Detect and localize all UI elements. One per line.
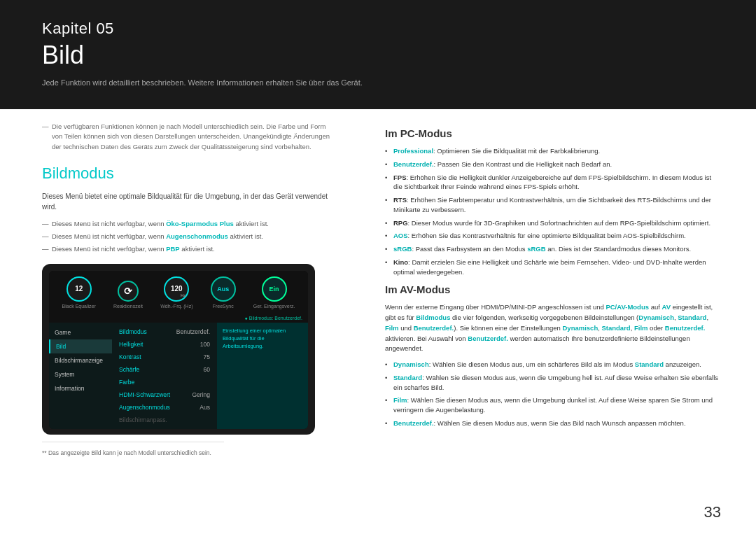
av-bullet-film: Film: Wählen Sie diesen Modus aus, wenn … bbox=[385, 395, 721, 415]
gauge-label-reaktionszeit: Reaktionszeit bbox=[113, 304, 143, 309]
term-benutzerdef: Benutzerdef. bbox=[393, 160, 434, 168]
gauge-label-black-eq: Black Equalizer bbox=[62, 304, 96, 309]
dot-indicator-row: ● Bildmodus: Benutzerdef. bbox=[49, 311, 308, 323]
left-menu-bild[interactable]: Bild bbox=[49, 339, 112, 353]
av-std-ref2: Standard bbox=[601, 324, 630, 332]
dot-label: ● Bildmodus: Benutzerdef. bbox=[245, 316, 302, 321]
menu-key-bildmodus: Bildmodus bbox=[119, 328, 147, 335]
header: Kapitel 05 Bild Jede Funktion wird detai… bbox=[0, 0, 756, 109]
av-term-benutzerdef: Benutzerdef. bbox=[393, 419, 434, 427]
term-professional: Professional bbox=[393, 147, 433, 155]
center-menu-bildschirm[interactable]: Bildschirmanpass. bbox=[112, 414, 217, 426]
center-menu-hdmi[interactable]: HDMI-Schwarzwert Gering bbox=[112, 388, 217, 401]
gauge-black-equalizer: 12 Black Equalizer bbox=[62, 276, 96, 309]
menu-val-kontrast: 75 bbox=[204, 353, 210, 360]
section-description: Dieses Menü bietet eine optimale Bildqua… bbox=[42, 191, 336, 212]
av-bullet-benutzerdef: Benutzerdef.: Wählen Sie diesen Modus au… bbox=[385, 419, 721, 428]
left-column: Die verfügbaren Funktionen können je nac… bbox=[0, 109, 364, 534]
menu-key-schaerfe: Schärfe bbox=[119, 366, 139, 373]
av-bullet-list: Dynamisch: Wählen Sie diesen Modus aus, … bbox=[385, 360, 721, 428]
av-mode-title: Im AV-Modus bbox=[385, 283, 721, 295]
left-menu-system[interactable]: System bbox=[49, 367, 112, 381]
center-menu-farbe[interactable]: Farbe bbox=[112, 376, 217, 388]
av-dynamisch-ref: Dynamisch bbox=[638, 314, 674, 321]
pc-bullet-list: Professional: Optimieren Sie die Bildqua… bbox=[385, 146, 721, 276]
gauge-label-hz: Wdh.-Frq. (Hz) bbox=[160, 304, 192, 309]
av-film-ref2: Film bbox=[634, 324, 648, 332]
left-menu-game[interactable]: Game bbox=[49, 325, 112, 339]
center-menu-kontrast[interactable]: Kontrast 75 bbox=[112, 351, 217, 363]
right-panel-desc: Einstellung einer optimalen Bildqualität… bbox=[217, 323, 308, 429]
menu-val-augenschon: Aus bbox=[200, 404, 210, 411]
gauge-circle-12: 12 bbox=[66, 276, 92, 302]
gauge-label-freesync: FreeSync bbox=[213, 304, 234, 309]
center-menu-augenschon[interactable]: Augenschonmodus Aus bbox=[112, 401, 217, 414]
center-menu-helligkeit[interactable]: Helligkeit 100 bbox=[112, 338, 217, 351]
bullet-rpg: RPG: Dieser Modus wurde für 3D-Graphiken… bbox=[385, 218, 721, 228]
term-srgb-ref: sRGB bbox=[527, 245, 545, 253]
gauge-row: 12 Black Equalizer ⟳ Reaktionszeit 120 H… bbox=[49, 271, 308, 311]
term-rpg: RPG bbox=[393, 219, 408, 227]
bullet-srgb: sRGB: Passt das Farbsystem an den Modus … bbox=[385, 244, 721, 254]
menu-key-farbe: Farbe bbox=[119, 379, 134, 386]
section-title-bildmodus: Bildmodus bbox=[42, 164, 336, 183]
av-bildmodus-ref: Bildmodus bbox=[416, 314, 450, 321]
gauge-circle-ein: Ein bbox=[262, 276, 287, 302]
monitor-outer: 12 Black Equalizer ⟳ Reaktionszeit 120 H… bbox=[42, 264, 315, 435]
monitor-divider bbox=[42, 442, 224, 442]
monitor-screen: 12 Black Equalizer ⟳ Reaktionszeit 120 H… bbox=[49, 271, 308, 429]
menu-val-schaerfe: 60 bbox=[204, 366, 210, 373]
term-kino: Kino bbox=[393, 258, 408, 266]
left-menu-bildschirmanzeige[interactable]: Bildschirmanzeige bbox=[49, 353, 112, 367]
term-aos: AOS bbox=[393, 232, 408, 239]
menu-note-2: Dieses Menü ist nicht verfügbar, wenn Au… bbox=[42, 232, 336, 241]
av-term-dynamisch: Dynamisch bbox=[393, 360, 429, 368]
bullet-fps: FPS: Erhöhen Sie die Helligkeit dunkler … bbox=[385, 173, 721, 192]
monitor-mockup: 12 Black Equalizer ⟳ Reaktionszeit 120 H… bbox=[42, 264, 336, 456]
monitor-bottom-note: Das angezeigte Bild kann je nach Modell … bbox=[42, 449, 336, 456]
av-benutzer-ref3: Benutzerdef. bbox=[468, 335, 508, 342]
gauge-hz-label: Hz bbox=[181, 293, 186, 297]
header-subtitle: Jede Funktion wird detailliert beschrieb… bbox=[42, 78, 714, 87]
gauge-freesync: Aus FreeSync bbox=[211, 276, 236, 309]
av-bullet-standard: Standard: Wählen Sie diesen Modus aus, w… bbox=[385, 373, 721, 393]
disclaimer-text: Die verfügbaren Funktionen können je nac… bbox=[42, 122, 336, 152]
av-dyn-ref2: Dynamisch bbox=[563, 324, 598, 332]
gauge-label-eingang: Ger. Eingangsverz. bbox=[253, 304, 295, 309]
center-menu-bildmodus[interactable]: Bildmodus Benutzerdef. bbox=[112, 325, 217, 338]
term-rts: RTS bbox=[393, 196, 407, 204]
menu-key-kontrast: Kontrast bbox=[119, 353, 141, 360]
page-number: 33 bbox=[704, 503, 721, 521]
av-paragraph: Wenn der externe Eingang über HDMI/DP/MI… bbox=[385, 302, 721, 354]
menu-area: Game Bild Bildschirmanzeige System Infor… bbox=[49, 323, 308, 429]
gauge-circle-aus: Aus bbox=[211, 276, 236, 302]
menu-key-helligkeit: Helligkeit bbox=[119, 341, 144, 348]
av-pc-av-ref: PC/AV-Modus bbox=[606, 303, 649, 311]
note1-highlight: Öko-Sparmodus Plus bbox=[166, 220, 234, 227]
av-term-standard: Standard bbox=[393, 374, 422, 381]
chapter-label: Kapitel 05 bbox=[42, 20, 714, 38]
center-menu-schaerfe[interactable]: Schärfe 60 bbox=[112, 363, 217, 376]
left-menu-information[interactable]: Information bbox=[49, 381, 112, 395]
av-av-ref: AV bbox=[662, 303, 671, 311]
page-title: Bild bbox=[42, 41, 714, 70]
gauge-hz: 120 Hz Wdh.-Frq. (Hz) bbox=[160, 276, 192, 309]
main-content: Die verfügbaren Funktionen können je nac… bbox=[0, 109, 756, 534]
av-film-ref: Film bbox=[385, 324, 399, 332]
gauge-reaktionszeit: ⟳ Reaktionszeit bbox=[113, 281, 143, 309]
menu-val-bildmodus: Benutzerdef. bbox=[176, 328, 210, 335]
bullet-kino: Kino: Damit erzielen Sie eine Helligkeit… bbox=[385, 258, 721, 277]
note3-highlight: PBP bbox=[166, 245, 180, 253]
menu-note-1: Dieses Menü ist nicht verfügbar, wenn Ök… bbox=[42, 219, 336, 228]
bullet-benutzerdef: Benutzerdef.: Passen Sie den Kontrast un… bbox=[385, 160, 721, 169]
note2-highlight: Augenschonmodus bbox=[166, 232, 228, 240]
gauge-circle-120: 120 Hz bbox=[164, 276, 189, 302]
left-menu: Game Bild Bildschirmanzeige System Infor… bbox=[49, 323, 112, 429]
term-srgb: sRGB bbox=[393, 245, 412, 253]
menu-val-helligkeit: 100 bbox=[200, 341, 210, 348]
pc-mode-title: Im PC-Modus bbox=[385, 127, 721, 139]
bullet-professional: Professional: Optimieren Sie die Bildqua… bbox=[385, 146, 721, 156]
menu-val-hdmi: Gering bbox=[192, 391, 210, 398]
gauge-circle-dial: ⟳ bbox=[118, 281, 139, 302]
av-term-standard-ref: Standard bbox=[635, 360, 664, 368]
